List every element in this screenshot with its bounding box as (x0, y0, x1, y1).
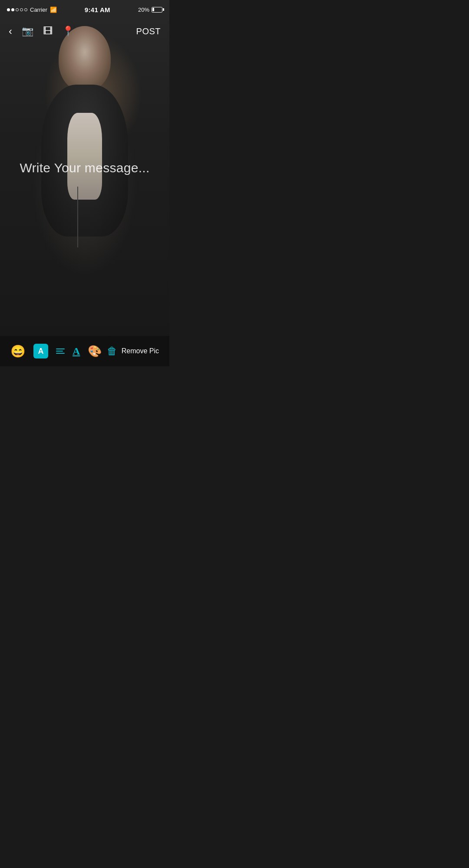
image-area: Write Your message... (0, 0, 169, 336)
carrier-label: Carrier (30, 7, 47, 13)
signal-dot-4 (20, 8, 23, 11)
vertical-line (77, 187, 78, 247)
emoji-button[interactable]: 😄 (10, 344, 26, 358)
camera-icon[interactable]: 📷 (22, 26, 33, 37)
battery-percentage: 20% (138, 7, 149, 13)
trash-icon[interactable]: 🗑 (107, 345, 117, 357)
signal-dot-2 (11, 8, 14, 11)
align-line-1 (56, 349, 65, 349)
font-underline-button[interactable]: A (73, 345, 80, 357)
align-line-3 (56, 353, 65, 354)
signal-dot-3 (16, 8, 19, 11)
text-style-button[interactable]: A (33, 344, 48, 358)
text-style-label: A (38, 347, 44, 356)
bottom-right-tools: 🗑 Remove Pic (107, 345, 159, 357)
post-button[interactable]: POST (136, 26, 161, 36)
toolbar-left: ‹ 📷 🎞 📍 (9, 25, 74, 37)
signal-dot-1 (7, 8, 10, 11)
status-time: 9:41 AM (85, 6, 110, 13)
location-icon[interactable]: 📍 (62, 26, 74, 37)
status-bar: Carrier 📶 9:41 AM 20% (0, 0, 169, 19)
top-toolbar: ‹ 📷 🎞 📍 POST (0, 19, 169, 43)
status-right: 20% (138, 7, 162, 13)
person-background (0, 0, 169, 336)
film-icon[interactable]: 🎞 (43, 26, 53, 37)
bottom-left-tools: 😄 A A 🎨 (10, 344, 102, 358)
signal-dot-5 (24, 8, 27, 11)
align-button[interactable] (56, 349, 65, 354)
align-line-2 (56, 351, 63, 352)
battery-fill (152, 8, 154, 11)
bottom-toolbar: 😄 A A 🎨 🗑 Remove Pic (0, 336, 169, 366)
signal-dots (7, 8, 27, 11)
status-left: Carrier 📶 (7, 7, 57, 13)
person-figure (0, 0, 169, 336)
person-shirt (67, 113, 102, 200)
battery-icon (152, 7, 162, 13)
wifi-icon: 📶 (50, 7, 57, 13)
back-icon[interactable]: ‹ (9, 25, 12, 37)
remove-pic-button[interactable]: Remove Pic (122, 347, 159, 355)
palette-icon[interactable]: 🎨 (88, 345, 102, 358)
